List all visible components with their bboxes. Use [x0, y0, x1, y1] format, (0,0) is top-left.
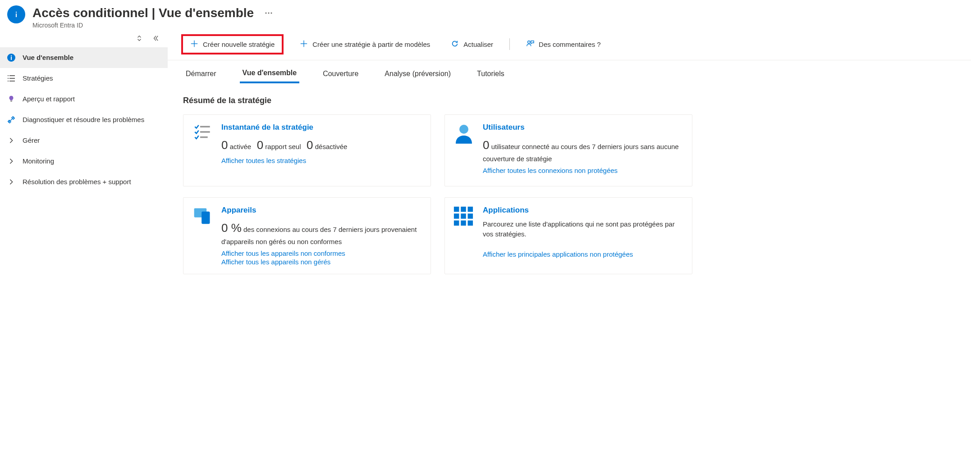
svg-point-17 [528, 41, 530, 43]
stat-report-label: rapport seul [265, 143, 301, 150]
card-title[interactable]: Utilisateurs [483, 123, 684, 132]
svg-rect-27 [454, 213, 459, 219]
svg-rect-29 [468, 213, 473, 219]
sidebar-item-overview[interactable]: Vue d'ensemble [0, 47, 168, 68]
toolbar-label: Actualiser [463, 41, 493, 48]
card-title[interactable]: Instantané de la stratégie [221, 123, 422, 132]
sidebar-item-label: Gérer [23, 136, 40, 144]
page-subtitle: Microsoft Entra ID [32, 22, 971, 29]
sidebar-item-label: Diagnostiquer et résoudre les problèmes [23, 116, 144, 123]
sidebar-item-label: Aperçu et rapport [23, 95, 75, 103]
tab-overview[interactable]: Vue d'ensemble [240, 68, 300, 83]
sidebar-item-troubleshoot[interactable]: Résolution des problèmes + support [0, 172, 168, 192]
card-policy-snapshot: Instantané de la stratégie 0 activée 0 r… [183, 114, 431, 186]
stat-disabled-label: désactivée [315, 143, 348, 150]
stat-enabled-label: activée [230, 143, 252, 150]
sidebar-item-insights[interactable]: Aperçu et rapport [0, 89, 168, 109]
collapse-sidebar-icon[interactable] [152, 35, 159, 43]
svg-rect-25 [461, 207, 466, 212]
create-policy-button[interactable]: Créer nouvelle stratégie [181, 34, 284, 54]
svg-rect-18 [200, 126, 210, 127]
info-icon [6, 53, 16, 62]
feedback-button[interactable]: Des commentaires ? [522, 37, 605, 52]
view-unprotected-signins-link[interactable]: Afficher toutes les connexions non proté… [483, 167, 684, 174]
sidebar: Vue d'ensemble Stratégies Aperçu et rapp… [0, 31, 168, 192]
info-icon [7, 5, 25, 23]
toolbar: Créer nouvelle stratégie Créer une strat… [168, 31, 971, 60]
refresh-icon [451, 40, 459, 49]
stat-devices-value: 0 % [221, 221, 242, 235]
user-icon [453, 123, 475, 178]
tab-coverage[interactable]: Couverture [320, 68, 361, 83]
stat-report-value: 0 [257, 138, 263, 152]
sidebar-item-monitoring[interactable]: Monitoring [0, 151, 168, 172]
expand-collapse-icon[interactable] [136, 35, 142, 43]
svg-rect-20 [200, 136, 208, 138]
card-stats: 0 activée 0 rapport seul 0 désactivée [221, 136, 422, 154]
refresh-button[interactable]: Actualiser [446, 37, 498, 52]
svg-rect-24 [454, 207, 459, 212]
card-users: Utilisateurs 0 utilisateur connecté au c… [444, 114, 692, 186]
devices-icon [192, 206, 213, 266]
stat-users-value: 0 [483, 138, 489, 152]
section-title: Résumé de la stratégie [183, 96, 971, 105]
card-text: Parcourez une liste d'applications qui n… [483, 219, 684, 240]
view-top-unprotected-apps-link[interactable]: Afficher les principales applications no… [483, 250, 684, 258]
chevron-right-icon [6, 179, 16, 185]
svg-rect-23 [201, 211, 210, 224]
card-stats: 0 % des connexions au cours des 7 dernie… [221, 219, 422, 247]
stat-users-text: utilisateur connecté au cours des 7 dern… [483, 143, 679, 163]
tab-bar: Démarrer Vue d'ensemble Couverture Analy… [168, 60, 971, 83]
sidebar-item-manage[interactable]: Gérer [0, 130, 168, 151]
stat-disabled-value: 0 [307, 138, 313, 152]
svg-rect-30 [454, 220, 459, 226]
toolbar-label: Créer une stratégie à partir de modèles [312, 41, 430, 48]
chevron-right-icon [6, 137, 16, 144]
view-unmanaged-devices-link[interactable]: Afficher tous les appareils non gérés [221, 258, 422, 266]
create-from-template-button[interactable]: Créer une stratégie à partir de modèles [295, 37, 435, 52]
apps-grid-icon [453, 206, 475, 266]
view-noncompliant-devices-link[interactable]: Afficher tous les appareils non conforme… [221, 249, 422, 257]
svg-rect-2 [16, 12, 17, 13]
sidebar-item-label: Vue d'ensemble [23, 54, 73, 61]
card-stats: 0 utilisateur connecté au cours des 7 de… [483, 136, 684, 164]
tab-analysis[interactable]: Analyse (préversion) [382, 68, 453, 83]
view-all-policies-link[interactable]: Afficher toutes les stratégies [221, 157, 422, 164]
card-title[interactable]: Appareils [221, 206, 422, 215]
toolbar-label: Des commentaires ? [539, 41, 601, 48]
page-title: Accès conditionnel | Vue d'ensemble [32, 5, 254, 21]
svg-rect-5 [11, 55, 12, 56]
sidebar-item-policies[interactable]: Stratégies [0, 68, 168, 89]
list-icon [6, 74, 16, 83]
main-content: Créer nouvelle stratégie Créer une strat… [168, 31, 980, 275]
tab-start[interactable]: Démarrer [183, 68, 219, 83]
checklist-icon [192, 123, 213, 178]
sidebar-item-label: Stratégies [23, 74, 53, 82]
svg-rect-26 [468, 207, 473, 212]
wrench-icon [6, 116, 16, 124]
svg-rect-31 [461, 220, 466, 226]
sidebar-item-label: Résolution des problèmes + support [23, 178, 131, 186]
svg-rect-28 [461, 213, 466, 219]
tab-tutorials[interactable]: Tutoriels [474, 68, 507, 83]
card-applications: Applications Parcourez une liste d'appli… [444, 197, 692, 275]
more-actions-button[interactable]: ⋯ [263, 6, 275, 20]
toolbar-separator [509, 38, 510, 50]
feedback-icon [526, 40, 534, 49]
sidebar-item-label: Monitoring [23, 157, 54, 165]
card-devices: Appareils 0 % des connexions au cours de… [183, 197, 431, 275]
plus-icon [300, 40, 308, 49]
plus-icon [190, 40, 198, 49]
svg-rect-12 [10, 100, 12, 101]
svg-point-21 [459, 125, 468, 134]
sidebar-item-diagnose[interactable]: Diagnostiquer et résoudre les problèmes [0, 109, 168, 130]
card-title[interactable]: Applications [483, 206, 684, 215]
toolbar-label: Créer nouvelle stratégie [203, 41, 275, 48]
cards-grid: Instantané de la stratégie 0 activée 0 r… [183, 114, 692, 275]
svg-rect-1 [16, 14, 17, 17]
svg-rect-19 [200, 131, 210, 132]
svg-rect-4 [11, 57, 12, 60]
lightbulb-icon [6, 95, 16, 103]
chevron-right-icon [6, 158, 16, 164]
stat-devices-text: des connexions au cours des 7 derniers j… [221, 226, 417, 245]
